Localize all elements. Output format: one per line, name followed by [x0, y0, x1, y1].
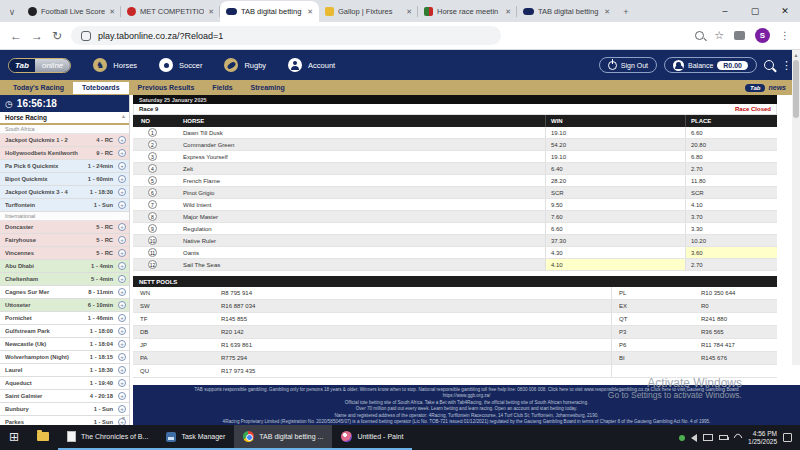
browser-tab-met[interactable]: MET COMPETITIO ✕ — [121, 1, 220, 22]
nav-horses[interactable]: ♞ Horses — [93, 58, 137, 72]
file-explorer-button[interactable] — [28, 425, 58, 450]
browser-menu-dots-icon[interactable]: ⋮ — [780, 30, 790, 41]
tab-toteboards[interactable]: Toteboards — [73, 82, 129, 94]
nav-account[interactable]: Account — [288, 58, 335, 72]
sidebar-item-fairyhouse[interactable]: Fairyhouse5 - RC+ — [0, 234, 129, 247]
info-icon[interactable]: + — [118, 188, 126, 196]
taskbar-clock[interactable]: 4:56 PM 1/25/2025 — [748, 430, 777, 446]
close-icon[interactable]: ✕ — [208, 8, 214, 16]
sidebar-item-abu-dhabi[interactable]: Abu Dhabi1 - 4min+ — [0, 260, 129, 273]
tab-previous-results[interactable]: Previous Results — [129, 82, 204, 94]
info-icon[interactable]: + — [118, 223, 126, 231]
browser-tab-tab-betting-2[interactable]: TAB digital betting ✕ — [517, 1, 616, 22]
scroll-up-icon[interactable]: ▲ — [792, 50, 800, 58]
sidebar-item-cagnes-sur-mer[interactable]: Cagnes Sur Mer8 - 11min+ — [0, 286, 129, 299]
sidebar-item-aqueduct[interactable]: Aqueduct1 - 19:40+ — [0, 377, 129, 390]
close-icon[interactable]: ✕ — [307, 8, 313, 16]
close-icon[interactable]: ✕ — [406, 8, 412, 16]
sign-out-button[interactable]: Sign Out — [599, 57, 657, 73]
site-info-icon[interactable] — [81, 31, 91, 41]
info-icon[interactable]: + — [118, 136, 126, 144]
sidebar-item-kenilworth[interactable]: Hollywoodbets Kenilworth9 - RC+ — [0, 147, 129, 160]
sidebar-item-bipot-quickmix[interactable]: Bipot Quickmix1 - 60min+ — [0, 173, 129, 186]
nav-soccer[interactable]: Soccer — [159, 58, 202, 72]
extension-icon[interactable] — [734, 31, 745, 40]
balance-button[interactable]: Balance R0.00 — [664, 57, 757, 73]
tab-news-badge[interactable]: Tab news — [745, 84, 786, 92]
close-icon[interactable]: ✕ — [505, 8, 511, 16]
info-icon[interactable]: + — [118, 340, 126, 348]
close-icon[interactable]: ✕ — [604, 8, 610, 16]
sidebar-item-jackpot-quickmix-3-4[interactable]: Jackpot Quickmix 3 - 41 - 18:30+ — [0, 186, 129, 199]
close-icon[interactable]: ✕ — [109, 8, 115, 16]
site-search-icon[interactable] — [764, 60, 774, 70]
tab-search-chevron-icon[interactable]: ∨ — [2, 2, 22, 22]
wifi-icon[interactable] — [732, 432, 743, 443]
speaker-icon[interactable] — [691, 434, 697, 442]
minimize-button[interactable]: – — [710, 6, 740, 16]
site-menu-dots-icon[interactable]: ⋮ — [781, 59, 792, 72]
info-icon[interactable]: + — [118, 162, 126, 170]
maximize-button[interactable]: ▢ — [740, 6, 770, 16]
tab-streaming[interactable]: Streaming — [242, 82, 294, 94]
notification-center-icon[interactable] — [783, 433, 792, 442]
info-icon[interactable]: + — [118, 275, 126, 283]
tray-status-icon[interactable] — [679, 435, 685, 441]
page-scrollbar[interactable]: ▲ — [792, 50, 800, 365]
search-icon[interactable] — [695, 31, 704, 40]
battery-icon[interactable] — [719, 435, 728, 440]
taskbar-item-chrome[interactable]: TAB digital betting ... — [234, 425, 332, 450]
sidebar-item-saint-galmier[interactable]: Saint Galmier4 - 20:18+ — [0, 390, 129, 403]
info-icon[interactable]: + — [118, 366, 126, 374]
tab-todays-racing[interactable]: Today's Racing — [4, 82, 73, 94]
browser-tab-football[interactable]: Football Live Score ✕ — [22, 1, 121, 22]
bookmark-star-icon[interactable]: ☆ — [714, 29, 724, 42]
taskbar-item-task-manager[interactable]: Task Manager — [157, 425, 234, 450]
forward-icon[interactable]: → — [31, 30, 43, 42]
sidebar-item-doncaster[interactable]: Doncaster5 - RC+ — [0, 221, 129, 234]
info-icon[interactable]: + — [118, 249, 126, 257]
sidebar-item-uttoxeter[interactable]: Uttoxeter6 - 10min+ — [0, 299, 129, 312]
info-icon[interactable]: + — [118, 301, 126, 309]
browser-tab-tab-betting-active[interactable]: TAB digital betting ✕ — [220, 1, 319, 22]
info-icon[interactable]: + — [118, 314, 126, 322]
sidebar-item-newcastle[interactable]: Newcastle (Uk)1 - 18:04+ — [0, 338, 129, 351]
scrollbar-thumb[interactable] — [793, 60, 799, 118]
info-icon[interactable]: + — [118, 262, 126, 270]
info-icon[interactable]: + — [118, 327, 126, 335]
sidebar-item-wolverhampton[interactable]: Wolverhampton (Night)1 - 18:15+ — [0, 351, 129, 364]
url-field[interactable]: play.tabonline.co.za/?Reload=1 — [71, 26, 501, 45]
info-icon[interactable]: + — [118, 353, 126, 361]
sidebar-scroll-down-icon[interactable]: ▼ — [121, 415, 126, 421]
taskbar-item-document[interactable]: The Chronicles of B... — [58, 425, 157, 450]
info-icon[interactable]: + — [118, 149, 126, 157]
sidebar-item-laurel[interactable]: Laurel1 - 18:30+ — [0, 364, 129, 377]
tab-fields[interactable]: Fields — [203, 82, 241, 94]
info-icon[interactable]: + — [118, 405, 126, 413]
tab-online-logo[interactable]: Tab online — [8, 58, 71, 73]
sidebar-item-gulfstream-park[interactable]: Gulfstream Park1 - 18:00+ — [0, 325, 129, 338]
info-icon[interactable]: + — [118, 392, 126, 400]
reload-icon[interactable]: ↻ — [52, 30, 62, 42]
sidebar-item-pa-pick6[interactable]: Pa Pick 6 Quickmix1 - 24min+ — [0, 160, 129, 173]
start-button[interactable]: ⊞ — [0, 425, 28, 450]
sidebar-item-jackpot-quickmix-1-2[interactable]: Jackpot Quickmix 1 - 24 - RC+ — [0, 134, 129, 147]
sidebar-item-cheltenham[interactable]: Cheltenham5 - 4min+ — [0, 273, 129, 286]
sidebar-item-bunbury[interactable]: Bunbury1 - Sun+ — [0, 403, 129, 416]
browser-tab-horse-race[interactable]: Horse race meetin ✕ — [418, 1, 517, 22]
sidebar-item-parkes[interactable]: Parkes1 - Sun+ — [0, 416, 129, 425]
info-icon[interactable]: + — [118, 201, 126, 209]
info-icon[interactable]: + — [118, 236, 126, 244]
info-icon[interactable]: + — [118, 288, 126, 296]
browser-tab-gallop[interactable]: Gallop | Fixtures ✕ — [319, 1, 418, 22]
sidebar-item-turffontein[interactable]: Turffontein1 - Sun+ — [0, 199, 129, 212]
sidebar-item-pornichet[interactable]: Pornichet1 - 46min+ — [0, 312, 129, 325]
info-icon[interactable]: + — [118, 379, 126, 387]
nav-rugby[interactable]: Rugby — [224, 58, 266, 72]
sidebar-item-vincennes[interactable]: Vincennes5 - RC+ — [0, 247, 129, 260]
close-window-button[interactable]: ✕ — [770, 6, 800, 16]
back-icon[interactable]: ← — [10, 30, 22, 42]
new-tab-button[interactable]: + — [616, 2, 636, 22]
profile-avatar[interactable]: S — [755, 28, 770, 43]
sidebar-scroll-up-icon[interactable]: ▲ — [121, 113, 126, 119]
